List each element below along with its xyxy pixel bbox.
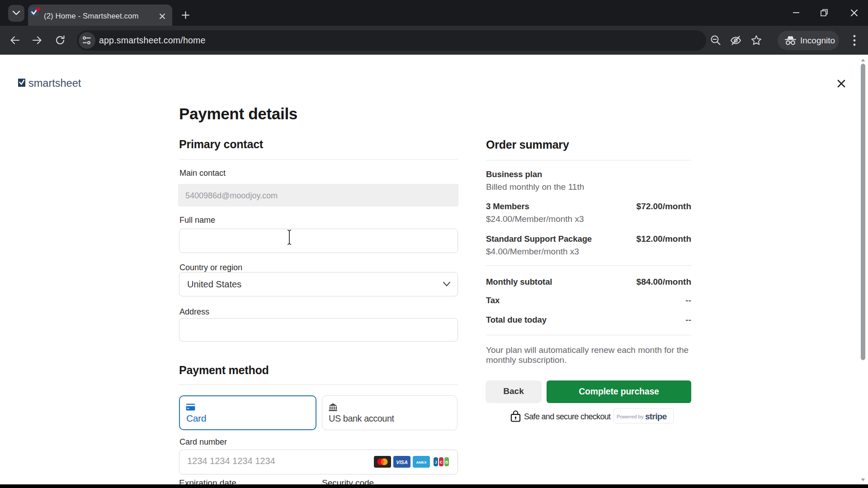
svg-text:C: C: [440, 460, 443, 465]
svg-text:B: B: [445, 460, 448, 465]
svg-text:J: J: [434, 460, 437, 465]
svg-text:AMEX: AMEX: [416, 460, 427, 465]
svg-text:VISA: VISA: [396, 460, 408, 465]
